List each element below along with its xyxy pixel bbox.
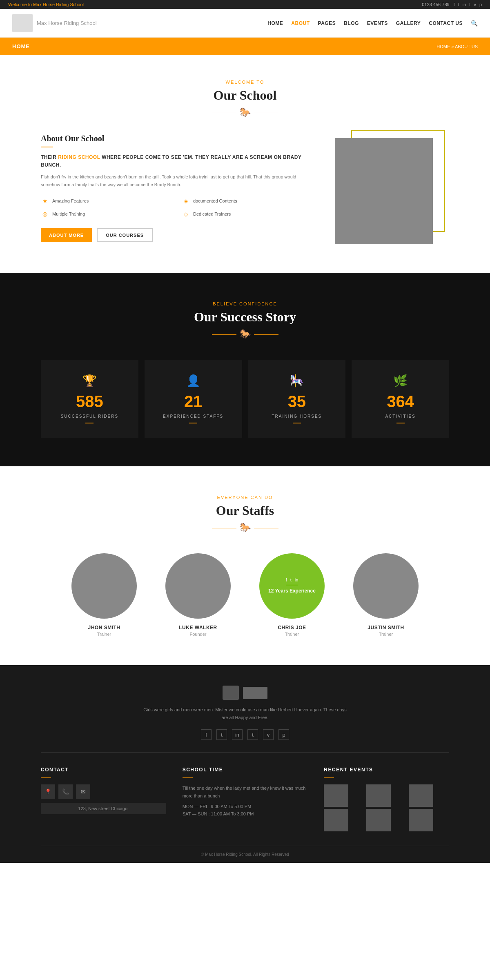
welcome-text: Welcome to Max Horse Riding School <box>8 2 84 7</box>
staff-luke: LUKE WALKER Founder <box>157 553 239 637</box>
footer-top: Girls were girls and men were men. Miste… <box>41 686 449 753</box>
stat-number-riders: 585 <box>49 392 130 411</box>
courses-button[interactable]: OUR COURSES <box>97 228 153 242</box>
highlight-paragraph: THEIR RIDING SCHOOL WHERE PEOPLE COME TO… <box>41 154 314 169</box>
nav-contact[interactable]: CONTACT US <box>429 20 463 26</box>
stat-divider-2 <box>189 423 197 423</box>
staff-avatar-chris: f t in 12 Years Experience <box>259 553 325 619</box>
horse-icon: 🎠 <box>256 374 338 388</box>
footer-vimeo-icon[interactable]: v <box>263 729 274 740</box>
staff-avatar-justin <box>353 553 419 619</box>
stat-label-riders: SUCCESSFUL RIDERS <box>49 414 130 419</box>
email-icon: ✉ <box>76 784 90 799</box>
footer-columns: CONTACT 📍 📞 ✉ 123, New street Chicago. S… <box>41 753 449 846</box>
top-bar: Welcome to Max Horse Riding School 0123 … <box>0 0 490 9</box>
feature-dedicated: ◇ Dedicated Trainers <box>182 210 314 218</box>
success-section: BELIEVE CONFIDENCE Our Success Story 🐎 🏆… <box>0 273 490 466</box>
footer-pinterest-icon[interactable]: p <box>278 729 289 740</box>
stat-divider <box>85 423 94 423</box>
top-bar-right: 0123 456 789 f t in t v p <box>422 2 482 7</box>
footer-logo-image <box>223 686 239 700</box>
twitter-staff-icon[interactable]: t <box>290 577 292 582</box>
linkedin-icon[interactable]: in <box>463 2 466 7</box>
staff-overlay-chris: f t in 12 Years Experience <box>259 553 325 619</box>
footer-socials: f t in t v p <box>41 729 449 740</box>
search-icon[interactable]: 🔍 <box>471 20 478 27</box>
header: Max Horse Riding School HOME ABOUT PAGES… <box>0 9 490 38</box>
contact-divider <box>41 777 51 778</box>
highlight-orange: RIDING SCHOOL <box>58 154 100 160</box>
stat-divider-3 <box>293 423 301 423</box>
nav-about[interactable]: ABOUT <box>291 20 310 26</box>
footer-linkedin-icon[interactable]: in <box>232 729 243 740</box>
nav-blog[interactable]: BLOG <box>344 20 359 26</box>
pinterest-icon[interactable]: p <box>479 2 482 7</box>
facebook-staff-icon[interactable]: f <box>286 577 287 582</box>
social-links: f t in t v p <box>454 2 482 7</box>
nav-gallery[interactable]: GALLERY <box>396 20 421 26</box>
feature-label-dedicated: Dedicated Trainers <box>193 212 231 216</box>
school-time-description: Till the one day when the lady met and t… <box>183 784 308 800</box>
twitter-icon[interactable]: t <box>458 2 459 7</box>
staff-experience-chris: 12 Years Experience <box>268 588 316 595</box>
staff-name-jhon: JHON SMITH <box>63 625 145 630</box>
staffs-grid: JHON SMITH Trainer LUKE WALKER Founder f… <box>41 553 449 637</box>
contact-icons: 📍 📞 ✉ <box>41 784 166 799</box>
copyright-text: © Max Horse Riding School. All Rights Re… <box>201 852 289 857</box>
staff-avatar-jhon <box>71 553 137 619</box>
staff-name-luke: LUKE WALKER <box>157 625 239 630</box>
vimeo-icon[interactable]: v <box>474 2 476 7</box>
footer-twitter-icon[interactable]: t <box>216 729 227 740</box>
school-image <box>335 138 433 244</box>
footer-facebook-icon[interactable]: f <box>201 729 212 740</box>
footer-school-time-col: SCHOOL TIME Till the one day when the la… <box>183 767 308 831</box>
staff-role-justin: Trainer <box>345 632 427 637</box>
school-time-weekend: SAT — SUN : 11:00 AM To 3:00 PM <box>183 811 308 816</box>
stat-divider-4 <box>396 423 405 423</box>
staff-name-justin: JUSTIN SMITH <box>345 625 427 630</box>
facebook-icon[interactable]: f <box>454 2 455 7</box>
stat-label-horses: TRAINING HORSES <box>256 414 338 419</box>
staff-role-luke: Founder <box>157 632 239 637</box>
success-subtitle: BELIEVE CONFIDENCE <box>41 301 449 306</box>
feature-label-multiple: Multiple Training <box>52 212 85 216</box>
nav-pages[interactable]: PAGES <box>318 20 336 26</box>
staff-justin: JUSTIN SMITH Trainer <box>345 553 427 637</box>
event-thumb-4 <box>324 809 348 831</box>
footer-recent-events-col: RECENT EVENTS <box>324 767 449 831</box>
school-name-link[interactable]: Max Horse Riding School <box>33 2 84 7</box>
about-buttons: ABOUT MORE OUR COURSES <box>41 228 314 242</box>
staff-role-jhon: Trainer <box>63 632 145 637</box>
staffs-title: Our Staffs <box>41 503 449 518</box>
leaf-icon: 🌿 <box>360 374 441 388</box>
trainer-icon: ◇ <box>182 210 190 218</box>
nav-events[interactable]: EVENTS <box>367 20 388 26</box>
event-thumb-5 <box>366 809 391 831</box>
nav-home[interactable]: HOME <box>267 20 283 26</box>
event-thumb-3 <box>409 784 433 807</box>
features-grid: ★ Amazing Features ◈ documented Contents… <box>41 197 314 218</box>
staff-avatar-luke <box>165 553 231 619</box>
footer-logo-text-image <box>243 687 267 699</box>
doc-icon: ◈ <box>182 197 190 205</box>
staffs-subtitle: EVERYONE CAN DO <box>41 495 449 500</box>
staff-role-chris: Trainer <box>251 632 333 637</box>
about-text: About Our School THEIR RIDING SCHOOL WHE… <box>41 134 314 242</box>
feature-multiple: ◎ Multiple Training <box>41 210 174 218</box>
linkedin-staff-icon[interactable]: in <box>295 577 298 582</box>
staff-chris: f t in 12 Years Experience CHRIS JOE Tra… <box>251 553 333 637</box>
stat-horses: 🎠 35 TRAINING HORSES <box>248 360 346 438</box>
staffs-horse-divider: 🐎 <box>41 522 449 533</box>
section-header: WELCOME TO Our School 🐎 <box>41 80 449 118</box>
recent-events-grid <box>324 784 449 831</box>
events-divider <box>324 777 334 778</box>
footer-tumblr-icon[interactable]: t <box>247 729 258 740</box>
about-more-button[interactable]: ABOUT MORE <box>41 228 92 242</box>
breadcrumb-page-title: HOME <box>12 43 30 49</box>
about-section: WELCOME TO Our School 🐎 About Our School… <box>0 55 490 273</box>
tumblr-icon[interactable]: t <box>469 2 470 7</box>
section-title: Our School <box>41 88 449 103</box>
staff-name-chris: CHRIS JOE <box>251 625 333 630</box>
staff-socials-chris: f t in <box>286 577 298 582</box>
staff-jhon: JHON SMITH Trainer <box>63 553 145 637</box>
